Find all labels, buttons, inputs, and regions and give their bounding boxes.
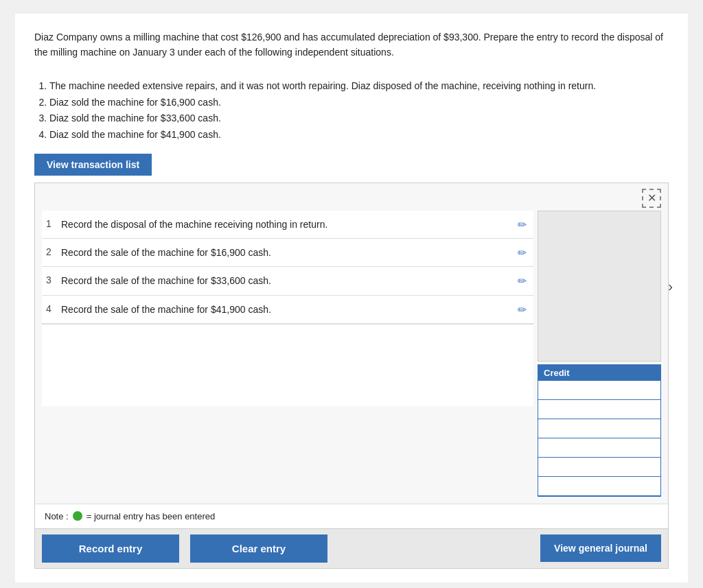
table-area: 1 Record the disposal of the machine rec… <box>35 211 668 504</box>
problem-item-2: Diaz sold the machine for $16,900 cash. <box>49 95 669 110</box>
problem-text: Diaz Company owns a milling machine that… <box>34 30 669 143</box>
chevron-right-icon[interactable]: › <box>668 278 673 294</box>
empty-area <box>42 324 533 406</box>
problem-item-4: Diaz sold the machine for $41,900 cash. <box>49 128 669 143</box>
right-panel-top: › <box>538 211 661 362</box>
view-transaction-list-button[interactable]: View transaction list <box>34 154 152 176</box>
transaction-section: ✕ 1 Record the disposal of the machine r… <box>34 183 669 569</box>
note-prefix: Note : <box>45 511 69 521</box>
table-row: 2 Record the sale of the machine for $16… <box>42 239 533 267</box>
problem-list: The machine needed extensive repairs, an… <box>34 79 669 143</box>
credit-input-5[interactable] <box>538 458 660 477</box>
credit-panel: Credit <box>538 364 661 497</box>
row-number-1: 1 <box>46 217 61 229</box>
row-number-3: 3 <box>46 274 61 285</box>
row-number-4: 4 <box>46 303 61 314</box>
credit-input-4[interactable] <box>538 438 660 458</box>
row-number-2: 2 <box>46 246 61 257</box>
credit-input-6[interactable] <box>538 477 660 496</box>
bottom-buttons-bar: Record entry Clear entry View general jo… <box>35 528 668 568</box>
credit-input-3[interactable] <box>538 419 660 438</box>
problem-item-1: The machine needed extensive repairs, an… <box>49 79 669 94</box>
note-text: = journal entry has been entered <box>87 511 216 521</box>
row-desc-4: Record the sale of the machine for $41,9… <box>61 303 514 316</box>
page-wrapper: Diaz Company owns a milling machine that… <box>15 14 688 583</box>
credit-header: Credit <box>538 365 660 381</box>
clear-entry-button[interactable]: Clear entry <box>190 534 327 563</box>
view-general-journal-button[interactable]: View general journal <box>540 534 661 562</box>
edit-icon-1[interactable]: ✏ <box>514 217 529 231</box>
green-dot-icon <box>73 511 82 521</box>
note-row: Note : = journal entry has been entered <box>35 504 668 528</box>
problem-item-3: Diaz sold the machine for $33,600 cash. <box>49 111 669 126</box>
right-panel: › Credit <box>538 211 661 497</box>
row-desc-1: Record the disposal of the machine recei… <box>61 217 514 231</box>
close-icon[interactable]: ✕ <box>642 189 661 208</box>
edit-icon-2[interactable]: ✏ <box>514 246 529 259</box>
intro-text: Diaz Company owns a milling machine that… <box>34 30 669 60</box>
credit-input-1[interactable] <box>538 381 660 400</box>
credit-input-2[interactable] <box>538 400 660 419</box>
credit-rows <box>538 381 660 496</box>
edit-icon-3[interactable]: ✏ <box>514 274 529 287</box>
row-desc-2: Record the sale of the machine for $16,9… <box>61 246 514 259</box>
row-desc-3: Record the sale of the machine for $33,6… <box>61 274 514 287</box>
record-entry-button[interactable]: Record entry <box>42 534 179 563</box>
transaction-container: ✕ 1 Record the disposal of the machine r… <box>34 183 669 569</box>
edit-icon-4[interactable]: ✏ <box>514 303 529 316</box>
table-row: 3 Record the sale of the machine for $33… <box>42 267 533 295</box>
table-row: 4 Record the sale of the machine for $41… <box>42 296 533 324</box>
transaction-list: 1 Record the disposal of the machine rec… <box>42 211 533 497</box>
header-row: ✕ <box>35 183 668 211</box>
table-row: 1 Record the disposal of the machine rec… <box>42 211 533 239</box>
